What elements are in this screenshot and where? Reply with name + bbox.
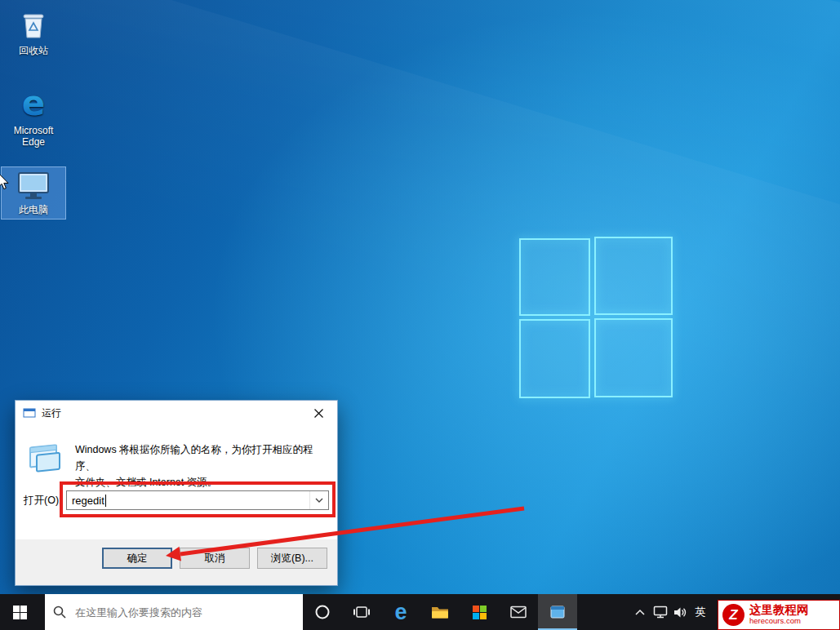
cancel-button[interactable]: 取消 [180, 548, 250, 569]
close-icon [314, 409, 323, 418]
desktop-icon-label: Microsoft Edge [2, 125, 65, 148]
ime-indicator[interactable]: 英 [691, 605, 710, 619]
light-beam [0, 0, 840, 401]
run-dialog: 运行 Windows 将根据你所输入的名称，为你打开相应的程序、 文件夹、文档或… [15, 400, 338, 586]
network-display-tray-button[interactable] [650, 594, 670, 630]
run-dialog-footer: 确定 取消 浏览(B)... [16, 539, 337, 585]
svg-text:e: e [22, 87, 46, 122]
open-label: 打开(O): [24, 494, 66, 508]
volume-tray-button[interactable] [670, 594, 691, 630]
store-button[interactable] [460, 594, 499, 630]
desktop-icon-this-pc[interactable]: 此电脑 [2, 167, 65, 219]
file-explorer-button[interactable] [420, 594, 460, 630]
text-caret [105, 495, 106, 507]
windows-logo-wallpaper [490, 219, 702, 415]
run-dialog-description-text: Windows 将根据你所输入的名称，为你打开相应的程序、 文件夹、文档或 In… [75, 438, 327, 490]
mail-icon [510, 606, 527, 619]
run-dialog-description: Windows 将根据你所输入的名称，为你打开相应的程序、 文件夹、文档或 In… [27, 438, 327, 490]
mail-button[interactable] [499, 594, 538, 630]
watermark-logo: Z [722, 604, 744, 626]
this-pc-icon [16, 171, 51, 202]
task-view-icon [353, 606, 370, 619]
task-view-button[interactable] [342, 594, 381, 630]
ok-button[interactable]: 确定 [102, 548, 172, 569]
chevron-down-icon [315, 498, 323, 503]
windows-start-icon [13, 606, 27, 619]
recycle-bin-icon [16, 8, 51, 42]
cortana-button[interactable] [303, 594, 342, 630]
desktop-icon-label: 此电脑 [19, 204, 48, 215]
edge-icon: e [394, 601, 407, 623]
active-app-taskbar-button[interactable] [538, 594, 577, 630]
file-explorer-icon [431, 605, 449, 619]
chevron-up-icon [635, 609, 645, 615]
search-icon [53, 606, 66, 619]
screen: 回收站 e Microsoft Edge 此电脑 运行 [0, 0, 840, 630]
system-tray: 英 [629, 594, 710, 630]
site-watermark: Z 这里教程网 herecours.com [718, 600, 840, 630]
run-dialog-title-icon [23, 406, 36, 419]
watermark-site-url: herecours.com [749, 617, 809, 625]
run-dialog-title: 运行 [42, 406, 61, 420]
browse-button[interactable]: 浏览(B)... [257, 548, 327, 569]
store-icon [472, 605, 487, 620]
desktop-icon-microsoft-edge[interactable]: e Microsoft Edge [2, 83, 65, 151]
search-input[interactable] [73, 606, 295, 619]
active-app-window-icon [549, 605, 566, 619]
run-command-value[interactable]: regedit [67, 495, 104, 507]
taskbar: e [0, 594, 840, 630]
run-command-combobox[interactable]: regedit [66, 490, 329, 510]
close-button[interactable] [300, 401, 337, 425]
edge-taskbar-button[interactable]: e [381, 594, 420, 630]
desktop-icon-label: 回收站 [19, 45, 48, 56]
desktop-icon-recycle-bin[interactable]: 回收站 [2, 5, 65, 60]
speaker-icon [673, 606, 687, 619]
run-dialog-titlebar[interactable]: 运行 [16, 401, 337, 425]
watermark-site-name: 这里教程网 [749, 604, 809, 617]
tray-expand-button[interactable] [629, 594, 650, 630]
run-open-row: 打开(O): regedit [24, 490, 329, 510]
cortana-icon [314, 604, 331, 620]
display-icon [653, 606, 668, 619]
taskbar-search-box[interactable] [45, 594, 303, 630]
edge-icon: e [16, 87, 51, 122]
run-program-icon [27, 438, 62, 474]
start-button[interactable] [0, 594, 39, 630]
combobox-dropdown-button[interactable] [309, 491, 328, 509]
